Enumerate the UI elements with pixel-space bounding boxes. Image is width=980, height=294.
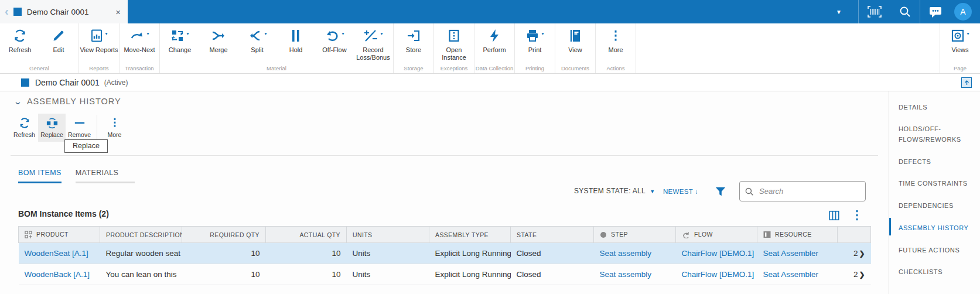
more-button[interactable]: More [596,23,635,65]
ribbon-group-data-collection: Perform Data Collection [474,23,515,73]
ribbon-group-printing: ▾ Print Printing [515,23,555,73]
tab-bom-items[interactable]: BOM ITEMS [18,169,62,183]
table-row[interactable]: WoodenSeat [A.1] Regular wooden seat 10 … [19,243,871,264]
col-actions [838,227,871,243]
sidebar-item-dependencies[interactable]: DEPENDENCIES [899,200,972,211]
resource-link[interactable]: Seat Assembler [763,270,819,279]
hold-button[interactable]: Hold [276,23,315,65]
topbar-dropdown-caret-icon[interactable]: ▼ [836,9,842,15]
sidebar-item-defects[interactable]: DEFECTS [899,156,972,167]
bom-items-table: PRODUCT PRODUCT DESCRIPTION REQUIRED QTY… [18,226,871,285]
topbar-actions: ▼ A [836,0,980,23]
user-avatar[interactable]: A [954,3,972,20]
sort-direction-icon: ↓ [695,188,698,195]
col-resource[interactable]: RESOURCE [757,227,838,243]
ah-more-button[interactable]: More [101,114,128,142]
sidebar-item-checklists[interactable]: CHECKLISTS [899,266,972,277]
sort-newest[interactable]: NEWEST ↓ [663,188,698,195]
document-book-icon [569,29,582,43]
table-row[interactable]: WoodenBack [A.1] You can lean on this 10… [19,264,871,285]
filter-funnel-icon[interactable] [715,186,726,197]
ribbon-group-documents: View Documents [555,23,596,73]
split-button[interactable]: ▾ Split [238,23,276,65]
ribbon-toolbar: Refresh Edit General ▾ View Reports Repo… [0,23,980,74]
step-link[interactable]: Seat assembly [600,270,652,279]
col-actual-qty[interactable]: ACTUAL QTY [266,227,347,243]
view-reports-button[interactable]: ▾ View Reports [80,23,118,65]
plus-minus-icon [363,29,378,43]
col-assembly-type[interactable]: ASSEMBLY TYPE [429,227,511,243]
merge-button[interactable]: Merge [199,23,238,65]
col-flow[interactable]: FLOW [676,227,757,243]
search-input[interactable] [758,186,863,196]
product-link[interactable]: WoodenSeat [A.1] [25,249,88,258]
move-next-button[interactable]: ▾ Move-Next [120,23,159,65]
messages-icon[interactable] [928,5,943,18]
active-item-accent [889,218,891,235]
tab-title[interactable]: Demo Chair 0001 [27,8,111,16]
system-state-filter[interactable]: SYSTEM STATE: ALL ▼ [574,187,655,195]
ah-remove-button[interactable]: Remove [66,114,93,142]
col-units[interactable]: UNITS [347,227,429,243]
perform-button[interactable]: Perform [475,23,514,65]
ribbon-group-actions: More Actions [596,23,636,73]
flow-link[interactable]: ChairFlow [DEMO.1] [682,270,754,279]
tab-materials[interactable]: MATERIALS [76,169,135,183]
edit-button[interactable]: Edit [39,23,78,65]
sidebar-item-details[interactable]: DETAILS [899,102,972,112]
product-link[interactable]: WoodenBack [A.1] [25,270,90,279]
store-button[interactable]: Store [394,23,433,65]
row-expand-link[interactable]: 2❯ [838,264,871,285]
step-link[interactable]: Seat assembly [600,249,652,258]
dropdown-caret-icon: ▾ [186,31,189,36]
open-instance-button[interactable]: Open Instance [435,23,473,65]
col-product[interactable]: PRODUCT [19,227,100,243]
views-button[interactable]: ▾ Views [941,23,979,65]
sidebar-item-assembly-history[interactable]: ASSEMBLY HISTORY [899,223,972,233]
sidebar-item-future-actions[interactable]: FUTURE ACTIONS [899,245,972,255]
refresh-icon [13,29,27,43]
flow-link[interactable]: ChairFlow [DEMO.1] [682,249,754,258]
search-box [739,181,866,201]
grid-title: BOM Instance Items (2) [18,209,109,218]
col-state[interactable]: STATE [511,227,594,243]
move-next-arrow-icon [129,29,145,43]
search-icon[interactable] [899,5,911,18]
record-loss-bonus-button[interactable]: ▾ Record Loss/Bonus [354,23,392,65]
sidebar-item-time-constraints[interactable]: TIME CONSTRAINTS [899,178,972,189]
grid-kebab-menu-icon[interactable] [855,210,859,221]
maximize-panel-icon[interactable] [961,77,972,88]
close-tab-icon[interactable]: × [115,7,121,17]
search-icon [745,187,754,196]
column-chooser-icon[interactable] [828,210,840,221]
entity-status: (Active) [104,78,128,87]
resource-link[interactable]: Seat Assembler [763,249,819,258]
section-title: ASSEMBLY HISTORY [27,97,121,106]
change-button[interactable]: ▾ Change [161,23,199,65]
sidebar-item-holds[interactable]: HOLDS/OFF-FLOWS/REWORKS [899,124,972,145]
row-expand-link[interactable]: 2❯ [838,243,871,264]
refresh-button[interactable]: Refresh [1,23,39,65]
print-button[interactable]: ▾ Print [515,23,554,65]
merge-icon [211,29,226,43]
collapse-chevron-icon: ⌄ [13,97,22,106]
ah-refresh-button[interactable]: Refresh [11,114,38,142]
off-flow-button[interactable]: ▾ Off-Flow [315,23,354,65]
back-chevron-icon[interactable]: ‹ [5,5,9,17]
edit-pencil-icon [52,29,66,43]
dropdown-caret-icon: ▾ [380,31,383,36]
view-documents-button[interactable]: View [556,23,595,65]
col-product-description[interactable]: PRODUCT DESCRIPTION [100,227,182,243]
flow-icon [682,231,690,238]
ah-replace-button[interactable]: Replace [38,114,66,142]
assembly-history-section-header[interactable]: ⌄ ASSEMBLY HISTORY [15,97,121,106]
barcode-scan-icon[interactable] [867,5,882,19]
col-step[interactable]: STEP [594,227,676,243]
dropdown-caret-icon: ▾ [967,31,969,36]
store-icon [407,29,421,43]
divider [920,0,920,23]
refresh-icon [19,117,30,129]
col-required-qty[interactable]: REQUIRED QTY [182,227,266,243]
printer-icon [525,29,539,43]
report-icon [90,29,103,43]
